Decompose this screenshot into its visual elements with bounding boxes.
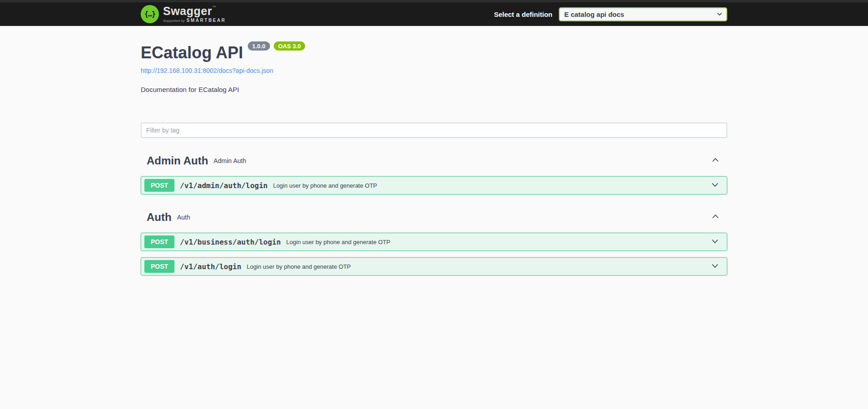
filter-by-tag-input[interactable]	[141, 123, 727, 138]
operation-row[interactable]: POST /v1/business/auth/login Login user …	[141, 233, 727, 251]
method-badge: POST	[144, 179, 174, 192]
chevron-down-icon	[710, 261, 720, 272]
method-badge: POST	[144, 260, 174, 273]
operation-row[interactable]: POST /v1/auth/login Login user by phone …	[141, 257, 727, 276]
definition-select-wrap: E catalog api docs	[559, 7, 727, 21]
tag-section-auth: Auth Auth POST /v1/business/auth/login L…	[141, 208, 727, 276]
swagger-braces-icon: {…}	[141, 5, 159, 23]
expand-operation-button[interactable]	[710, 180, 720, 191]
api-title-text: ECatalog API	[141, 43, 243, 62]
trademark-symbol: ™	[212, 5, 216, 9]
collapse-section-button[interactable]	[711, 155, 720, 166]
page-title: ECatalog API1.0.0OAS 3.0	[141, 45, 727, 61]
info-section: ECatalog API1.0.0OAS 3.0 http://192.168.…	[141, 45, 727, 93]
oas-badge: OAS 3.0	[274, 41, 306, 51]
tag-description: Admin Auth	[214, 157, 246, 164]
operation-path: /v1/auth/login	[180, 262, 241, 271]
filter-section	[141, 123, 727, 138]
tag-header-auth[interactable]: Auth Auth	[141, 208, 727, 226]
logo-brand-text: Swagger	[163, 5, 212, 17]
chevron-down-icon	[710, 237, 720, 247]
spec-url-link[interactable]: http://192.168.100.31:8002/docs?api-docs…	[141, 67, 273, 74]
logo-tagline-prefix: Supported by	[163, 19, 185, 23]
operation-summary: Login user by phone and generate OTP	[273, 182, 377, 189]
expand-operation-button[interactable]	[710, 237, 720, 247]
method-badge: POST	[144, 235, 174, 248]
operation-row[interactable]: POST /v1/admin/auth/login Login user by …	[141, 176, 727, 194]
tag-name: Auth	[147, 210, 172, 224]
api-description: Documentation for ECatalog API	[141, 86, 727, 93]
tag-header-admin-auth[interactable]: Admin Auth Admin Auth	[141, 152, 727, 169]
operation-path: /v1/business/auth/login	[180, 238, 281, 246]
expand-operation-button[interactable]	[710, 261, 720, 272]
definition-selector-group: Select a definition E catalog api docs	[494, 7, 727, 21]
logo-tagline-brand: SMARTBEAR	[187, 18, 226, 23]
swagger-logo[interactable]: {…} Swagger™ Supported by SMARTBEAR	[141, 5, 226, 23]
chevron-down-icon	[710, 180, 720, 191]
tag-section-admin-auth: Admin Auth Admin Auth POST /v1/admin/aut…	[141, 152, 727, 194]
version-badge: 1.0.0	[248, 41, 270, 51]
chevron-up-icon	[711, 155, 720, 166]
operation-summary: Login user by phone and generate OTP	[247, 263, 351, 270]
swagger-wordmark: Swagger™ Supported by SMARTBEAR	[163, 5, 226, 23]
tag-name: Admin Auth	[147, 153, 208, 168]
definition-select[interactable]: E catalog api docs	[559, 7, 727, 21]
operation-path: /v1/admin/auth/login	[180, 181, 268, 190]
collapse-section-button[interactable]	[711, 212, 720, 222]
select-definition-label: Select a definition	[494, 10, 552, 18]
chevron-up-icon	[711, 212, 720, 222]
tag-description: Auth	[177, 214, 190, 221]
operation-summary: Login user by phone and generate OTP	[286, 239, 390, 245]
topbar: {…} Swagger™ Supported by SMARTBEAR Sele…	[0, 0, 868, 26]
